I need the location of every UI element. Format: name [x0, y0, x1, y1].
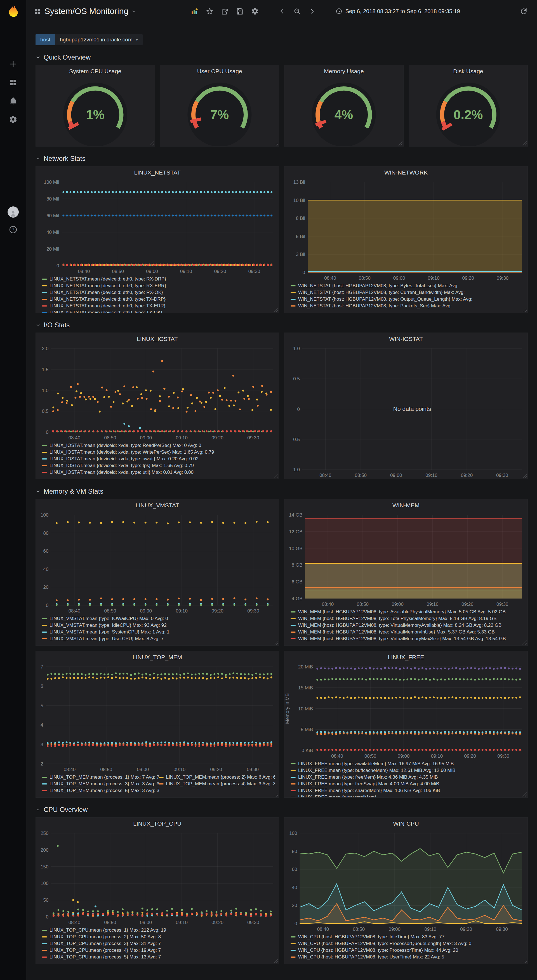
- panel-title[interactable]: LINUX_FREE: [284, 651, 527, 663]
- legend-item[interactable]: LINUX_FREE.mean {type: sharedMem} Max: 1…: [291, 787, 524, 794]
- legend-item[interactable]: LINUX_IOSTAT.mean {deviceid: xvda, type:…: [42, 449, 275, 456]
- panel-title[interactable]: LINUX_VMSTAT: [36, 499, 279, 512]
- panel-title[interactable]: User CPU Usage: [160, 65, 279, 78]
- legend-item[interactable]: LINUX_FREE.mean {type: freeSwap} Max: 4.…: [291, 781, 524, 787]
- star-icon[interactable]: [206, 8, 213, 15]
- legend-item[interactable]: LINUX_FREE.mean {type: totalMem}: [291, 794, 524, 797]
- win-network-graph[interactable]: 03 Bil5 Bil8 Bil10 Bil13 Bil08:4008:5009…: [284, 179, 527, 282]
- add-panel-icon[interactable]: [191, 8, 198, 15]
- legend-item[interactable]: WIN_CPU {host: HGBUPAP12VM08, type: Proc…: [291, 947, 524, 954]
- win-mem-graph[interactable]: 4 GB6 GB8 GB10 GB12 GB14 GB08:4008:5009:…: [284, 512, 527, 608]
- legend-item[interactable]: LINUX_VMSTAT.mean {type: SystemCPU} Max:…: [42, 629, 275, 635]
- alerting-bell-icon[interactable]: [0, 97, 26, 105]
- create-add-icon[interactable]: [0, 60, 26, 68]
- refresh-icon[interactable]: [520, 8, 527, 15]
- zoom-out-icon[interactable]: [293, 8, 301, 15]
- legend-series-color: [42, 777, 47, 778]
- time-back-chevron-left-icon[interactable]: [278, 8, 286, 15]
- legend-item[interactable]: WIN_MEM {host: HGBUPAP12VM08, type: Virt…: [291, 629, 524, 635]
- system-cpu-gauge[interactable]: 1%: [36, 78, 155, 146]
- legend-item[interactable]: LINUX_IOSTAT.mean {deviceid: xvda, type:…: [42, 456, 275, 462]
- template-var-value-dropdown[interactable]: hgbupap12vm01.in.oracle.com ▾: [55, 34, 143, 45]
- linux-top-cpu-graph[interactable]: 05010015020025008:4008:5009:0009:1009:20…: [36, 830, 279, 926]
- legend-item[interactable]: LINUX_NETSTAT.mean {deviceid: eth0, type…: [42, 309, 275, 313]
- legend-item[interactable]: WIN_MEM {host: HGBUPAP12VM08, type: Virt…: [291, 622, 524, 629]
- disk-usage-gauge[interactable]: 0.2%: [409, 78, 527, 146]
- legend-item[interactable]: LINUX_IOSTAT.mean {deviceid: xvda, type:…: [42, 462, 275, 469]
- legend-item[interactable]: LINUX_TOP_MEM.mean {process: 2} Max: 6 A…: [159, 774, 275, 781]
- legend-item[interactable]: LINUX_TOP_CPU.mean {process: 3} Max: 31 …: [42, 940, 275, 947]
- memory-usage-gauge[interactable]: 4%: [284, 78, 403, 146]
- dashboard-picker[interactable]: System/OS Monitoring: [33, 6, 136, 16]
- legend-item[interactable]: LINUX_IOSTAT.mean {deviceid: xvda, type:…: [42, 469, 275, 476]
- section-network-stats[interactable]: Network Stats: [35, 154, 528, 163]
- legend-item[interactable]: LINUX_TOP_MEM.mean {process: 1} Max: 7 A…: [42, 774, 159, 781]
- legend-item[interactable]: LINUX_TOP_MEM.mean {process: 4} Max: 3 A…: [159, 781, 275, 787]
- legend-item[interactable]: WIN_MEM {host: HGBUPAP12VM08, type: Virt…: [291, 635, 524, 642]
- panel-title[interactable]: WIN-MEM: [284, 499, 527, 512]
- linux-free-graph[interactable]: 0 KiB5 MiB10 MiB15 MiB20 MiB08:4008:5009…: [284, 663, 527, 760]
- panel-title[interactable]: LINUX_TOP_CPU: [36, 818, 279, 830]
- legend-item[interactable]: LINUX_FREE.mean {type: buffcacheMem} Max…: [291, 767, 524, 774]
- legend-series-color: [291, 285, 296, 286]
- panel-title[interactable]: WIN-IOSTAT: [284, 333, 527, 345]
- legend-item[interactable]: WIN_NETSTAT {host: HGBUPAP12VM08, type: …: [291, 302, 524, 309]
- help-icon[interactable]: ?: [0, 226, 26, 234]
- legend-item[interactable]: WIN_NETSTAT {host: HGBUPAP12VM08, type: …: [291, 289, 524, 296]
- panel-title[interactable]: WIN-NETWORK: [284, 166, 527, 179]
- section-quick-overview[interactable]: Quick Overview: [35, 52, 528, 62]
- legend-item[interactable]: WIN_CPU {host: HGBUPAP12VM08, type: User…: [291, 954, 524, 961]
- legend-item[interactable]: LINUX_NETSTAT.mean {deviceid: eth0, type…: [42, 289, 275, 296]
- legend-item[interactable]: LINUX_FREE.mean {type: freeMem} Max: 4.3…: [291, 774, 524, 781]
- legend-item[interactable]: WIN_MEM {host: HGBUPAP12VM08, type: Tota…: [291, 615, 524, 622]
- dashboards-icon[interactable]: [0, 78, 26, 87]
- legend-series-color: [42, 452, 47, 453]
- legend-item[interactable]: LINUX_TOP_CPU.mean {process: 2} Max: 50 …: [42, 934, 275, 940]
- legend-item[interactable]: WIN_CPU {host: HGBUPAP12VM08, type: Idle…: [291, 934, 524, 940]
- legend-item[interactable]: LINUX_TOP_MEM.mean {process: 5} Max: 3 A…: [42, 787, 159, 794]
- legend-item[interactable]: LINUX_TOP_MEM.mean {process: 3} Max: 3 A…: [42, 781, 159, 787]
- legend-item[interactable]: LINUX_TOP_CPU.mean {process: 4} Max: 19 …: [42, 947, 275, 954]
- linux-iostat-graph[interactable]: 00.51.01.52.008:4008:5009:0009:1009:2009…: [36, 345, 279, 442]
- section-cpu-overview[interactable]: CPU Overview: [35, 805, 528, 815]
- section-io-stats[interactable]: I/O Stats: [35, 320, 528, 330]
- section-memory-vm-stats[interactable]: Memory & VM Stats: [35, 487, 528, 496]
- panel-title[interactable]: Memory Usage: [284, 65, 403, 78]
- user-avatar[interactable]: [0, 207, 26, 218]
- legend-item[interactable]: LINUX_IOSTAT.mean {deviceid: xvda, type:…: [42, 442, 275, 449]
- settings-gear-icon[interactable]: [251, 8, 259, 15]
- grafana-logo-icon[interactable]: [0, 0, 26, 22]
- panel-title[interactable]: WIN-CPU: [284, 818, 527, 830]
- win-iostat-graph[interactable]: -1.0-0.500.51.008:4008:5009:0009:1009:20…: [284, 345, 527, 479]
- share-icon[interactable]: [221, 8, 229, 15]
- panel-title[interactable]: Disk Usage: [409, 65, 527, 78]
- legend-item[interactable]: LINUX_NETSTAT.mean {deviceid: eth0, type…: [42, 302, 275, 309]
- panel-title[interactable]: LINUX_TOP_MEM: [36, 651, 279, 663]
- legend-item[interactable]: LINUX_TOP_CPU.mean {process: 1} Max: 212…: [42, 927, 275, 934]
- save-icon[interactable]: [236, 8, 244, 15]
- legend-item[interactable]: LINUX_NETSTAT.mean {deviceid: eth0, type…: [42, 276, 275, 283]
- linux-top-mem-graph[interactable]: 23456708:4008:5009:0009:1009:2009:30: [36, 663, 279, 773]
- legend-item[interactable]: LINUX_TOP_CPU.mean {process: 5} Max: 13 …: [42, 954, 275, 961]
- user-cpu-gauge[interactable]: 7%: [160, 78, 279, 146]
- linux-netstat-graph[interactable]: 020 Mil40 Mil60 Mil80 Mil100 Mil08:4008:…: [36, 179, 279, 275]
- template-var-host[interactable]: host hgbupap12vm01.in.oracle.com ▾: [35, 34, 143, 45]
- legend-item[interactable]: WIN_CPU {host: HGBUPAP12VM08, type: Proc…: [291, 940, 524, 947]
- legend-item[interactable]: WIN_NETSTAT {host: HGBUPAP12VM08, type: …: [291, 296, 524, 302]
- linux-vmstat-graph[interactable]: 02040608010008:4008:5009:0009:1009:2009:…: [36, 512, 279, 615]
- configuration-gear-icon[interactable]: [0, 115, 26, 124]
- legend-item[interactable]: LINUX_VMSTAT.mean {type: UserCPU} Max: 8…: [42, 635, 275, 642]
- legend-item[interactable]: WIN_MEM {host: HGBUPAP12VM08, type: Avai…: [291, 609, 524, 615]
- legend-item[interactable]: LINUX_VMSTAT.mean {type: IOWaitCPU} Max:…: [42, 615, 275, 622]
- time-forward-chevron-right-icon[interactable]: [308, 8, 316, 15]
- time-range-picker[interactable]: Sep 6, 2018 08:33:27 to Sep 6, 2018 09:3…: [336, 8, 460, 14]
- win-cpu-graph[interactable]: 02040608010008:4008:5009:0009:1009:2009:…: [284, 830, 527, 933]
- legend-item[interactable]: WIN_NETSTAT {host: HGBUPAP12VM08, type: …: [291, 283, 524, 289]
- legend-item[interactable]: LINUX_FREE.mean {type: availableMem} Max…: [291, 760, 524, 767]
- panel-title[interactable]: LINUX_NETSTAT: [36, 166, 279, 179]
- legend-item[interactable]: LINUX_VMSTAT.mean {type: IdleCPU} Max: 9…: [42, 622, 275, 629]
- panel-title[interactable]: LINUX_IOSTAT: [36, 333, 279, 345]
- legend-item[interactable]: LINUX_NETSTAT.mean {deviceid: eth0, type…: [42, 283, 275, 289]
- panel-title[interactable]: System CPU Usage: [36, 65, 155, 78]
- legend-item[interactable]: LINUX_NETSTAT.mean {deviceid: eth0, type…: [42, 296, 275, 302]
